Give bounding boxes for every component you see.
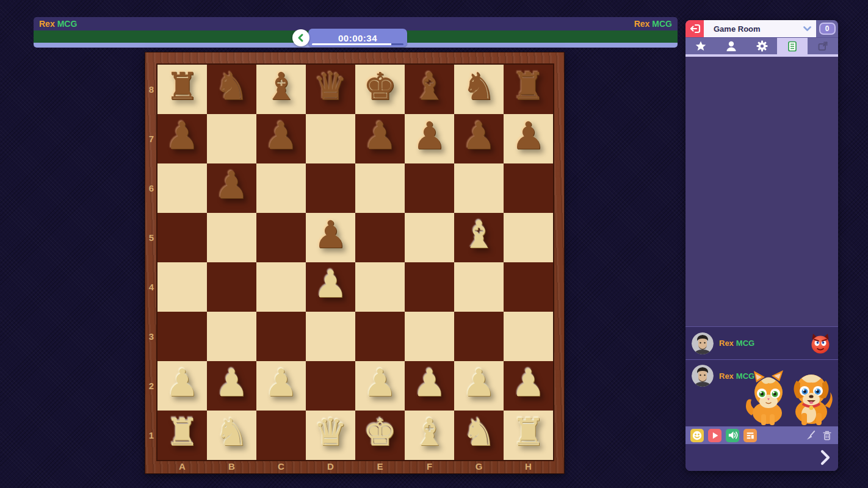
exit-room-button[interactable]	[685, 20, 704, 37]
square-a5[interactable]	[157, 213, 207, 262]
tab-share[interactable]	[808, 38, 838, 54]
piece-bp-g7[interactable]: ♟	[454, 108, 504, 163]
piece-wb-g5[interactable]: ♝	[454, 207, 504, 262]
tab-favorites[interactable]	[685, 38, 716, 54]
square-g1[interactable]: ♞	[454, 411, 504, 460]
square-f1[interactable]: ♝	[405, 411, 454, 460]
tab-game-log[interactable]	[777, 38, 808, 54]
square-a3[interactable]	[157, 312, 207, 361]
piece-wr-h1[interactable]: ♜	[504, 404, 553, 460]
square-b2[interactable]: ♟	[207, 361, 256, 411]
piece-wr-a1[interactable]: ♜	[157, 404, 207, 460]
piece-bp-e7[interactable]: ♟	[355, 108, 405, 163]
square-c2[interactable]: ♟	[256, 361, 306, 411]
clean-chat-button[interactable]	[805, 429, 817, 442]
square-b6[interactable]: ♟	[207, 163, 256, 213]
square-a7[interactable]: ♟	[157, 114, 207, 163]
square-f5[interactable]	[405, 213, 454, 262]
piece-wk-e1[interactable]: ♚	[355, 404, 405, 460]
room-selector-dropdown[interactable]: Game Room	[704, 20, 816, 37]
piece-wb-f1[interactable]: ♝	[405, 404, 454, 460]
piece-bn-b8[interactable]: ♞	[207, 59, 256, 114]
square-c7[interactable]: ♟	[256, 114, 306, 163]
square-h1[interactable]: ♜	[504, 411, 553, 460]
square-e7[interactable]: ♟	[355, 114, 405, 163]
square-c6[interactable]	[256, 163, 306, 213]
square-g8[interactable]: ♞	[454, 65, 504, 114]
piece-bb-c8[interactable]: ♝	[256, 59, 306, 114]
square-e1[interactable]: ♚	[355, 411, 405, 460]
piece-br-a8[interactable]: ♜	[157, 59, 207, 114]
square-c4[interactable]	[256, 262, 306, 312]
avatar[interactable]	[692, 365, 714, 387]
square-c1[interactable]	[256, 411, 306, 460]
square-g3[interactable]	[454, 312, 504, 361]
piece-wp-a2[interactable]: ♟	[157, 355, 207, 411]
square-h4[interactable]	[504, 262, 553, 312]
square-d6[interactable]	[306, 163, 355, 213]
sound-button[interactable]	[726, 429, 739, 442]
square-f2[interactable]: ♟	[405, 361, 454, 411]
square-d7[interactable]	[306, 114, 355, 163]
tab-settings[interactable]	[747, 38, 777, 54]
square-d5[interactable]: ♟	[306, 213, 355, 262]
square-e8[interactable]: ♚	[355, 65, 405, 114]
square-b1[interactable]: ♞	[207, 411, 256, 460]
square-f7[interactable]: ♟	[405, 114, 454, 163]
square-a6[interactable]	[157, 163, 207, 213]
square-d4[interactable]: ♟	[306, 262, 355, 312]
square-a1[interactable]: ♜	[157, 411, 207, 460]
square-h5[interactable]	[504, 213, 553, 262]
piece-bp-h7[interactable]: ♟	[504, 108, 553, 163]
square-e3[interactable]	[355, 312, 405, 361]
square-c5[interactable]	[256, 213, 306, 262]
piece-bq-d8[interactable]: ♛	[306, 59, 355, 114]
square-g2[interactable]: ♟	[454, 361, 504, 411]
square-e4[interactable]	[355, 262, 405, 312]
piece-bp-b6[interactable]: ♟	[207, 157, 256, 213]
piece-wn-g1[interactable]: ♞	[454, 404, 504, 460]
piece-bp-d5[interactable]: ♟	[306, 207, 355, 262]
square-h7[interactable]: ♟	[504, 114, 553, 163]
square-b8[interactable]: ♞	[207, 65, 256, 114]
square-c8[interactable]: ♝	[256, 65, 306, 114]
square-f8[interactable]: ♝	[405, 65, 454, 114]
avatar[interactable]	[692, 332, 714, 354]
square-f4[interactable]	[405, 262, 454, 312]
square-e2[interactable]: ♟	[355, 361, 405, 411]
piece-wp-f2[interactable]: ♟	[405, 355, 454, 411]
piece-bn-g8[interactable]: ♞	[454, 59, 504, 114]
piece-br-h8[interactable]: ♜	[504, 59, 553, 114]
square-d8[interactable]: ♛	[306, 65, 355, 114]
square-d1[interactable]: ♛	[306, 411, 355, 460]
piece-bk-e8[interactable]: ♚	[355, 59, 405, 114]
piece-bp-a7[interactable]: ♟	[157, 108, 207, 163]
piece-wp-d4[interactable]: ♟	[306, 256, 355, 312]
square-a2[interactable]: ♟	[157, 361, 207, 411]
square-g5[interactable]: ♝	[454, 213, 504, 262]
play-button[interactable]	[708, 429, 722, 442]
piece-wq-d1[interactable]: ♛	[306, 404, 355, 460]
square-c3[interactable]	[256, 312, 306, 361]
square-a8[interactable]: ♜	[157, 65, 207, 114]
piece-wp-e2[interactable]: ♟	[355, 355, 405, 411]
square-e6[interactable]	[355, 163, 405, 213]
piece-bp-c7[interactable]: ♟	[256, 108, 306, 163]
send-chevron-icon[interactable]	[820, 450, 831, 465]
square-b3[interactable]	[207, 312, 256, 361]
square-h8[interactable]: ♜	[504, 65, 553, 114]
timer-collapse-button[interactable]	[292, 29, 309, 46]
log-button[interactable]	[743, 429, 757, 442]
square-h6[interactable]	[504, 163, 553, 213]
square-b5[interactable]	[207, 213, 256, 262]
tab-players[interactable]	[716, 38, 747, 54]
piece-bp-f7[interactable]: ♟	[405, 108, 454, 163]
piece-wp-b2[interactable]: ♟	[207, 355, 256, 411]
square-f3[interactable]	[405, 312, 454, 361]
square-h3[interactable]	[504, 312, 553, 361]
square-d2[interactable]	[306, 361, 355, 411]
square-f6[interactable]	[405, 163, 454, 213]
square-g7[interactable]: ♟	[454, 114, 504, 163]
square-b4[interactable]	[207, 262, 256, 312]
chat-message-area[interactable]	[685, 57, 838, 326]
